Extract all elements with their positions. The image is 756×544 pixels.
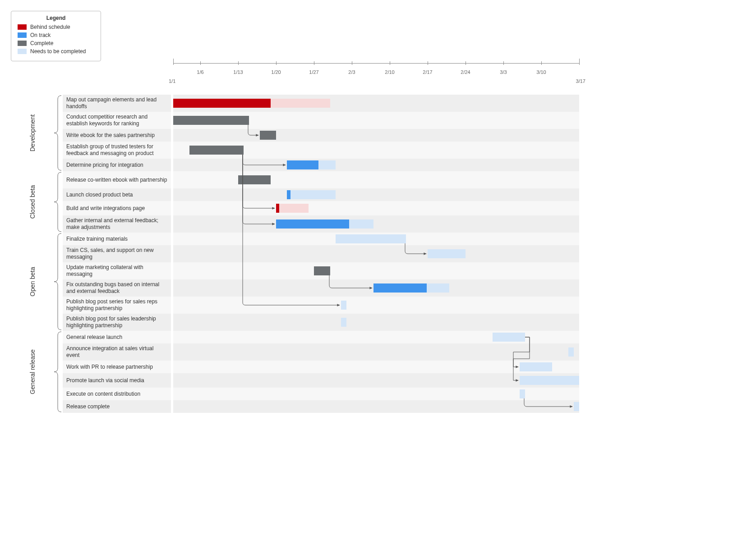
legend: Legend Behind scheduleOn trackCompleteNe… bbox=[11, 11, 101, 22]
legend-title: Legend bbox=[18, 15, 94, 21]
